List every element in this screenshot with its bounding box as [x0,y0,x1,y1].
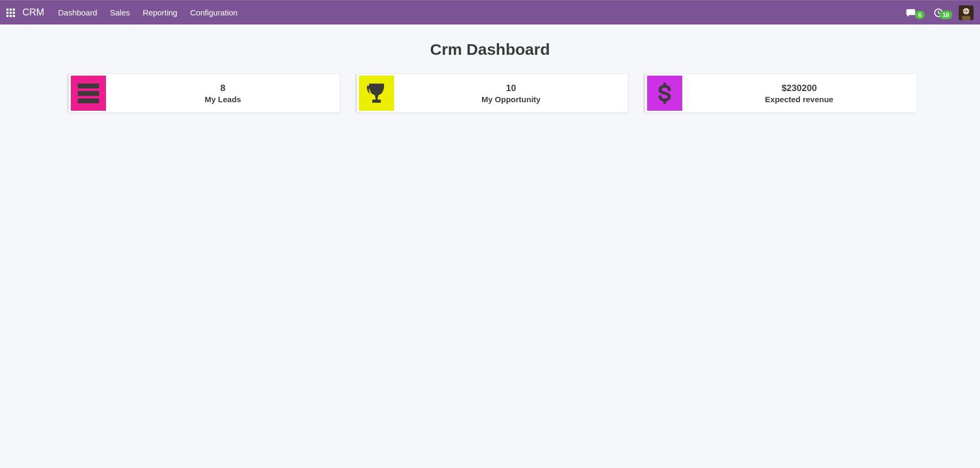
card-stripe [643,74,645,112]
svg-rect-8 [962,16,970,20]
app-brand[interactable]: CRM [21,7,52,18]
nav-item-configuration[interactable]: Configuration [184,1,244,25]
card-content: 10 My Opportunity [394,79,628,108]
icon-box [647,76,682,111]
icon-box [359,76,394,111]
card-value: 8 [220,83,225,94]
svg-rect-11 [78,98,99,103]
svg-rect-10 [78,91,99,96]
dollar-icon [652,81,677,105]
svg-point-7 [967,11,968,12]
dashboard-cards-row: 8 My Leads 10 My Opportunity $230200 Exp… [0,73,980,113]
apps-menu-button[interactable] [0,1,21,25]
card-value: 10 [506,83,516,94]
svg-point-6 [964,11,965,12]
card-stripe [67,74,69,112]
card-label: My Leads [205,95,241,104]
messages-badge: 6 [915,11,925,19]
nav-item-sales[interactable]: Sales [103,1,136,25]
nav-item-reporting[interactable]: Reporting [136,1,184,25]
avatar-icon [959,5,974,20]
user-avatar[interactable] [959,5,974,20]
card-value: $230200 [781,83,816,94]
icon-box [71,76,106,111]
messages-button[interactable]: 6 [900,7,921,18]
speech-bubble-icon [905,7,916,18]
card-content: 8 My Leads [106,79,340,108]
card-my-opportunity[interactable]: 10 My Opportunity [356,73,628,113]
svg-rect-9 [78,84,99,88]
navbar: CRM Dashboard Sales Reporting Configurat… [0,0,980,24]
trophy-icon [364,80,389,106]
activities-button[interactable]: 18 [928,7,949,18]
nav-left: CRM Dashboard Sales Reporting Configurat… [0,1,244,24]
nav-right: 6 18 [900,1,980,24]
card-my-leads[interactable]: 8 My Leads [68,73,340,113]
card-label: My Opportunity [481,95,541,104]
card-expected-revenue[interactable]: $230200 Expected revenue [644,73,916,113]
card-label: Expected revenue [765,95,833,104]
nav-item-dashboard[interactable]: Dashboard [52,1,103,25]
list-icon [74,78,103,108]
page-title: Crm Dashboard [0,24,980,73]
activities-badge: 18 [940,11,952,19]
apps-grid-icon [6,9,15,17]
card-content: $230200 Expected revenue [682,79,916,108]
card-stripe [355,74,357,112]
